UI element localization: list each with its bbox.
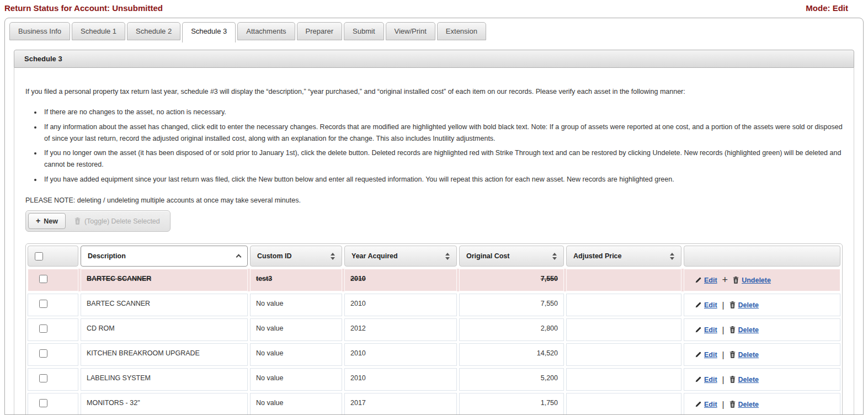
tab-label: Submit (353, 27, 375, 35)
delete-link[interactable]: Delete (729, 401, 759, 408)
delete-link[interactable]: Delete (729, 376, 759, 384)
original-cost-cell: 7,550 (459, 269, 564, 291)
row-select-cell (28, 294, 78, 316)
toggle-delete-selected-button[interactable]: (Toggle) Delete Selected (67, 213, 168, 229)
tab[interactable]: Extension (437, 22, 486, 40)
year-acquired-cell: 2017 (344, 393, 457, 415)
row-checkbox[interactable] (39, 399, 47, 407)
original-cost-cell: 5,200 (459, 368, 564, 391)
trash-icon (729, 301, 736, 308)
delete-link[interactable]: Delete (729, 326, 759, 334)
edit-link[interactable]: Edit (695, 276, 717, 284)
column-header[interactable]: Year Acquired (344, 246, 457, 267)
table-header-row: Description Custom ID (28, 246, 840, 267)
instruction-item: If you no longer own the asset (it has b… (42, 147, 843, 170)
assets-table: Description Custom ID (25, 243, 843, 415)
tab[interactable]: Business Info (9, 22, 70, 40)
row-checkbox[interactable] (39, 349, 47, 358)
table-row: BARTEC SCANNER test3 2010 7,550 Ed (28, 269, 840, 291)
delete-link-label: Delete (738, 301, 759, 309)
column-header-label: Description (88, 252, 126, 260)
tab[interactable]: Attachments (237, 22, 295, 40)
row-checkbox[interactable] (39, 300, 47, 308)
tab[interactable]: View/Print (386, 22, 435, 40)
intro-paragraph: If you filed a personal property tax ret… (25, 87, 843, 97)
edit-link[interactable]: Edit (695, 401, 717, 408)
sort-icon (552, 253, 557, 260)
delete-link-label: Delete (738, 326, 759, 334)
column-header[interactable]: Custom ID (250, 246, 342, 267)
custom-id-cell: No value (250, 368, 342, 391)
custom-id-cell: test3 (250, 269, 342, 291)
new-button[interactable]: New (28, 213, 66, 229)
pencil-icon (695, 327, 701, 333)
tab[interactable]: Submit (344, 22, 384, 40)
sort-both-icon (445, 253, 450, 260)
row-actions-cell: Edit | Delete (684, 343, 840, 366)
tab[interactable]: Schedule 1 (72, 22, 125, 40)
edit-link[interactable]: Edit (695, 301, 717, 309)
year-acquired-cell: 2010 (344, 269, 457, 291)
main-container: Business Info Schedule 1 Schedule 2 Sche… (4, 18, 864, 415)
tab-label: Attachments (246, 27, 286, 35)
schedule3-panel: Schedule 3 If you filed a personal prope… (14, 50, 854, 415)
action-separator: | (722, 375, 725, 384)
row-checkbox[interactable] (39, 275, 47, 283)
action-separator: | (722, 325, 725, 334)
custom-id-cell: No value (250, 294, 342, 316)
tab-label: Schedule 1 (81, 27, 116, 35)
sort-icon (237, 253, 241, 259)
trash-icon (733, 276, 739, 284)
tab[interactable]: Schedule 3 (182, 22, 236, 42)
actions-header-cell (684, 246, 840, 267)
plus-icon (36, 217, 40, 225)
tab[interactable]: Schedule 2 (127, 22, 180, 40)
panel-body: If you filed a personal property tax ret… (14, 68, 854, 415)
column-header[interactable]: Original Cost (459, 246, 564, 267)
original-cost-cell: 7,550 (459, 294, 564, 316)
edit-link-label: Edit (704, 301, 717, 309)
delete-link[interactable]: Delete (729, 301, 759, 309)
year-acquired-cell: 2010 (344, 368, 457, 391)
custom-id-cell: No value (250, 393, 342, 415)
sort-both-icon (331, 253, 335, 260)
custom-id-cell: No value (250, 318, 342, 341)
delete-link[interactable]: Delete (729, 351, 759, 359)
instruction-item: If there are no changes to the asset, no… (42, 107, 843, 118)
sort-icon (331, 253, 335, 260)
row-actions-cell: Edit + Undelete (684, 269, 840, 291)
column-header-label: Year Acquired (352, 252, 398, 260)
edit-link-label: Edit (704, 351, 717, 359)
edit-link[interactable]: Edit (695, 351, 717, 359)
instruction-item: If you have added equipment since your l… (42, 174, 843, 185)
edit-link[interactable]: Edit (695, 326, 717, 334)
column-header-label: Original Cost (466, 252, 509, 260)
column-header[interactable]: Description (81, 246, 248, 267)
sort-icon (445, 253, 450, 260)
new-button-label: New (44, 217, 58, 225)
edit-link-label: Edit (704, 376, 717, 384)
row-checkbox[interactable] (39, 374, 47, 382)
mode-label: Mode: Edit (806, 3, 848, 13)
delete-link[interactable]: Undelete (733, 276, 771, 284)
description-cell: BARTEC SCANNER (81, 294, 248, 316)
description-cell: KITCHEN BREAKROOM UPGRADE (81, 343, 248, 366)
pencil-icon (695, 352, 701, 358)
edit-link-label: Edit (704, 276, 717, 284)
table-row: LABELING SYSTEM No value 2010 5,200 (28, 368, 840, 391)
action-separator: | (722, 300, 725, 310)
status-bar: Return Status for Account: Unsubmitted M… (0, 0, 868, 15)
table-body: BARTEC SCANNER test3 2010 7,550 Ed (28, 269, 840, 415)
sort-both-icon (670, 253, 674, 260)
table-row: MONITORS - 32" No value 2017 1,750 (28, 393, 840, 415)
adjusted-price-cell (566, 368, 681, 391)
edit-link[interactable]: Edit (695, 376, 717, 384)
row-checkbox[interactable] (39, 324, 47, 333)
column-header[interactable]: Adjusted Price (566, 246, 681, 267)
tab-label: View/Print (395, 27, 427, 35)
tab[interactable]: Preparer (297, 22, 343, 40)
select-all-checkbox[interactable] (35, 252, 43, 260)
pencil-icon (695, 277, 701, 283)
year-acquired-cell: 2012 (344, 318, 457, 341)
row-select-cell (28, 393, 78, 415)
